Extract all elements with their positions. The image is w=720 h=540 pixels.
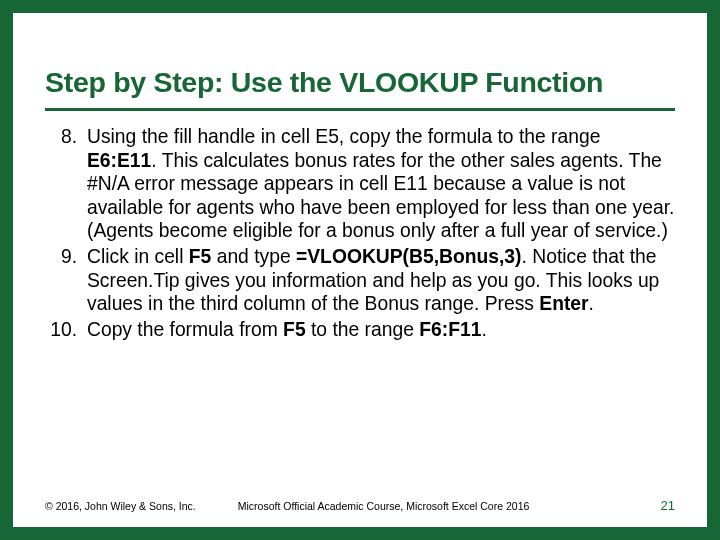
step-number: 10. <box>45 318 87 342</box>
text: Click in cell <box>87 246 189 267</box>
footer-page-number: 21 <box>661 498 675 513</box>
page-title: Step by Step: Use the VLOOKUP Function <box>45 41 675 111</box>
text: . <box>589 293 594 314</box>
text: to the range <box>306 319 420 340</box>
list-item: 8.Using the fill handle in cell E5, copy… <box>45 125 675 243</box>
step-body: Click in cell F5 and type =VLOOKUP(B5,Bo… <box>87 245 675 316</box>
footer: © 2016, John Wiley & Sons, Inc. Microsof… <box>45 498 675 513</box>
content-area: 8.Using the fill handle in cell E5, copy… <box>45 111 675 341</box>
text: . This calculates bonus rates for the ot… <box>87 150 674 242</box>
bold-text: =VLOOKUP(B5,Bonus,3) <box>296 246 522 267</box>
slide-page: Step by Step: Use the VLOOKUP Function 8… <box>13 13 707 527</box>
step-body: Copy the formula from F5 to the range F6… <box>87 318 675 342</box>
footer-copyright: © 2016, John Wiley & Sons, Inc. <box>45 500 196 512</box>
step-body: Using the fill handle in cell E5, copy t… <box>87 125 675 243</box>
text: Copy the formula from <box>87 319 283 340</box>
step-number: 8. <box>45 125 87 243</box>
bold-text: Enter <box>539 293 588 314</box>
bold-text: F6:F11 <box>419 319 481 340</box>
text: Using the fill handle in cell E5, copy t… <box>87 126 600 147</box>
text: and type <box>211 246 296 267</box>
bold-text: F5 <box>189 246 212 267</box>
bold-text: F5 <box>283 319 306 340</box>
footer-course: Microsoft Official Academic Course, Micr… <box>238 500 661 512</box>
steps-list: 8.Using the fill handle in cell E5, copy… <box>45 125 675 341</box>
list-item: 9.Click in cell F5 and type =VLOOKUP(B5,… <box>45 245 675 316</box>
bold-text: E6:E11 <box>87 150 151 171</box>
list-item: 10.Copy the formula from F5 to the range… <box>45 318 675 342</box>
step-number: 9. <box>45 245 87 316</box>
text: . <box>481 319 486 340</box>
